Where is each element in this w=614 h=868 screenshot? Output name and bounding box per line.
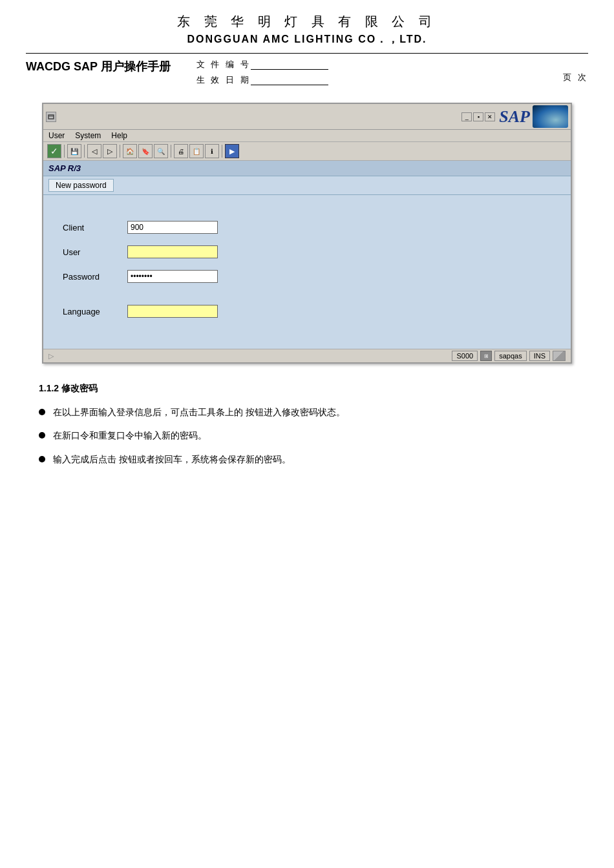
bullet-text-3: 输入完成后点击 按钮或者按回车，系统将会保存新的密码。 bbox=[53, 452, 291, 466]
user-row: User bbox=[63, 245, 551, 258]
page-label: 页 次 bbox=[563, 72, 588, 83]
document-meta: 文 件 编 号 生 效 日 期 bbox=[196, 59, 564, 90]
client-row: Client bbox=[63, 221, 551, 234]
status-triangle: ▷ bbox=[48, 352, 54, 360]
file-number-row: 文 件 编 号 bbox=[196, 59, 564, 70]
language-input[interactable] bbox=[127, 305, 218, 318]
sap-app-title-text: SAP R/3 bbox=[48, 163, 81, 173]
sap-logo-container: SAP bbox=[499, 105, 568, 128]
language-label: Language bbox=[63, 307, 127, 316]
company-name-en: DONGGUAN AMC LIGHTING CO．，LTD. bbox=[26, 33, 588, 46]
toolbar-home-button[interactable]: 🏠 bbox=[123, 144, 137, 158]
file-number-label: 文 件 编 号 bbox=[196, 59, 251, 70]
spacer-2 bbox=[63, 294, 551, 305]
menu-system[interactable]: System bbox=[75, 131, 101, 140]
sap-titlebar-left bbox=[46, 112, 56, 122]
section-title: 1.1.2 修改密码 bbox=[39, 383, 588, 395]
list-item: 在以上界面输入登录信息后，可点击工具条上的 按钮进入修改密码状态。 bbox=[39, 405, 588, 419]
bullet-dot-1 bbox=[39, 409, 45, 415]
menu-user[interactable]: User bbox=[48, 131, 65, 140]
password-input[interactable] bbox=[127, 270, 218, 283]
password-row: Password bbox=[63, 270, 551, 283]
status-client-icon: ⊞ bbox=[480, 351, 492, 361]
main-content: 1.1.2 修改密码 在以上界面输入登录信息后，可点击工具条上的 按钮进入修改密… bbox=[26, 383, 588, 466]
minimize-button[interactable]: _ bbox=[461, 112, 472, 121]
sap-statusbar: ▷ S000 ⊞ sapqas INS bbox=[43, 349, 571, 362]
sap-content-area: Client User Password Language bbox=[43, 195, 571, 349]
password-label: Password bbox=[63, 272, 127, 282]
window-controls[interactable]: _ ▪ ✕ bbox=[461, 112, 495, 121]
status-client: sapqas bbox=[494, 351, 526, 361]
document-title: WACDG SAP 用户操作手册 bbox=[26, 59, 171, 74]
sap-window: _ ▪ ✕ SAP User System Help ✓ 💾 ◁ ▷ 🏠 🔖 🔍… bbox=[42, 103, 572, 364]
sap-window-icon bbox=[46, 112, 56, 122]
bullet-text-2: 在新口令和重复口令中输入新的密码。 bbox=[53, 428, 207, 442]
status-mode: INS bbox=[529, 351, 550, 361]
effective-date-value bbox=[251, 75, 328, 85]
list-item: 输入完成后点击 按钮或者按回车，系统将会保存新的密码。 bbox=[39, 452, 588, 466]
client-label: Client bbox=[63, 223, 127, 232]
effective-date-row: 生 效 日 期 bbox=[196, 74, 564, 86]
toolbar-back-button[interactable]: ◁ bbox=[87, 144, 101, 158]
content-spacer bbox=[63, 208, 551, 221]
status-diagonal bbox=[553, 351, 566, 361]
sap-menubar: User System Help bbox=[43, 130, 571, 142]
new-password-tab[interactable]: New password bbox=[48, 179, 114, 192]
document-info-row: WACDG SAP 用户操作手册 文 件 编 号 生 效 日 期 页 次 bbox=[26, 53, 588, 90]
sap-logo-area: _ ▪ ✕ SAP bbox=[461, 105, 568, 128]
toolbar-separator-4 bbox=[171, 145, 171, 158]
effective-date-label: 生 效 日 期 bbox=[196, 74, 251, 86]
list-item: 在新口令和重复口令中输入新的密码。 bbox=[39, 428, 588, 442]
toolbar-info-button[interactable]: ℹ bbox=[205, 144, 219, 158]
doc-title-prefix: WACDG SAP bbox=[26, 60, 101, 73]
bullet-dot-3 bbox=[39, 456, 45, 462]
toolbar-print-button[interactable]: 🖨 bbox=[174, 144, 188, 158]
doc-title-cn: 用户操作手册 bbox=[101, 60, 171, 73]
toolbar-forward-button[interactable]: ▷ bbox=[103, 144, 117, 158]
language-row: Language bbox=[63, 305, 551, 318]
svg-rect-0 bbox=[48, 115, 54, 119]
status-system: S000 bbox=[452, 351, 478, 361]
user-input[interactable] bbox=[127, 245, 218, 258]
page-info: 页 次 bbox=[563, 59, 588, 83]
sap-tabbar: New password bbox=[43, 176, 571, 195]
sap-titlebar: _ ▪ ✕ SAP bbox=[43, 104, 571, 130]
bullet-dot-2 bbox=[39, 432, 45, 439]
sap-toolbar: ✓ 💾 ◁ ▷ 🏠 🔖 🔍 🖨 📋 ℹ ▶ bbox=[43, 142, 571, 161]
sap-logo-ripple bbox=[533, 105, 568, 128]
toolbar-check-button[interactable]: ✓ bbox=[47, 144, 61, 158]
user-label: User bbox=[63, 247, 127, 257]
toolbar-separator-3 bbox=[120, 145, 120, 158]
bullet-text-1: 在以上界面输入登录信息后，可点击工具条上的 按钮进入修改密码状态。 bbox=[53, 405, 345, 419]
toolbar-bookmark-button[interactable]: 🔖 bbox=[138, 144, 153, 158]
toolbar-separator-5 bbox=[222, 145, 222, 158]
sap-logo-text: SAP bbox=[499, 107, 530, 127]
close-button[interactable]: ✕ bbox=[485, 112, 495, 121]
file-number-value bbox=[251, 59, 328, 70]
client-input[interactable] bbox=[127, 221, 218, 234]
restore-button[interactable]: ▪ bbox=[473, 112, 483, 121]
sap-app-title: SAP R/3 bbox=[43, 161, 571, 176]
toolbar-search-button[interactable]: 🔍 bbox=[154, 144, 168, 158]
toolbar-layout-button[interactable]: 📋 bbox=[189, 144, 204, 158]
company-header: 东 莞 华 明 灯 具 有 限 公 司 DONGGUAN AMC LIGHTIN… bbox=[26, 13, 588, 46]
toolbar-separator-1 bbox=[64, 145, 65, 158]
bullet-list: 在以上界面输入登录信息后，可点击工具条上的 按钮进入修改密码状态。 在新口令和重… bbox=[39, 405, 588, 466]
toolbar-separator-2 bbox=[84, 145, 85, 158]
toolbar-arrow-button[interactable]: ▶ bbox=[225, 144, 239, 158]
company-name-cn: 东 莞 华 明 灯 具 有 限 公 司 bbox=[26, 13, 588, 30]
menu-help[interactable]: Help bbox=[111, 131, 127, 140]
toolbar-save-button[interactable]: 💾 bbox=[67, 144, 81, 158]
